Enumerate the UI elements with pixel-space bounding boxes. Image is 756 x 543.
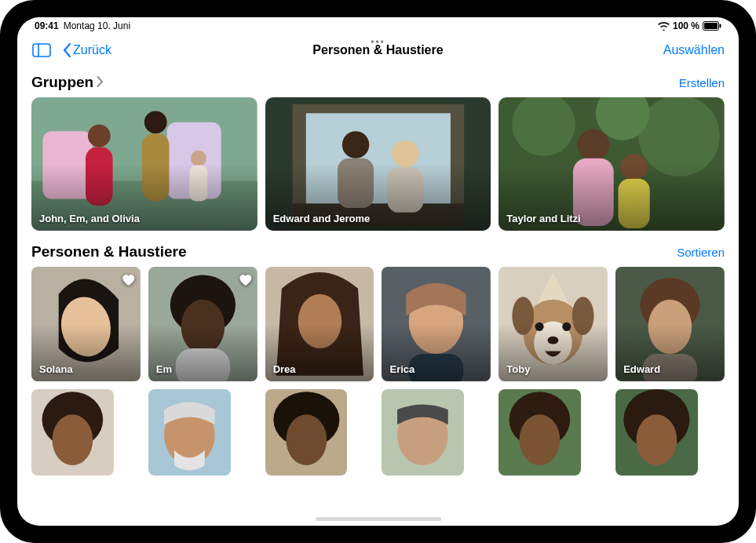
people-grid: Solana Em (31, 267, 725, 476)
status-right: 100 % (658, 20, 721, 31)
person-card[interactable] (382, 389, 464, 476)
create-group-button[interactable]: Erstellen (679, 76, 725, 89)
person-card[interactable] (148, 389, 231, 476)
svg-rect-1 (704, 23, 718, 29)
people-section: Personen & Haustiere Sortieren (31, 243, 725, 476)
wifi-icon (658, 22, 670, 31)
svg-point-70 (637, 414, 677, 465)
person-card[interactable]: Em (148, 267, 257, 381)
person-label: Edward (623, 363, 660, 375)
group-card[interactable]: John, Em, and Olivia (31, 97, 257, 231)
people-title: Personen & Haustiere (31, 243, 186, 261)
person-card[interactable]: Erica (382, 267, 491, 381)
sidebar-toggle-icon[interactable] (31, 42, 52, 58)
person-card[interactable] (31, 389, 114, 476)
svg-rect-2 (720, 24, 721, 28)
status-date: Montag 10. Juni (64, 20, 130, 31)
svg-point-11 (144, 111, 167, 133)
battery-text: 100 % (673, 20, 699, 31)
status-time: 09:41 (35, 20, 59, 31)
person-photo (31, 389, 114, 476)
heart-icon (120, 272, 136, 287)
person-photo (615, 389, 698, 476)
chevron-right-icon (97, 74, 104, 91)
person-card[interactable] (499, 389, 581, 476)
person-label: Em (156, 363, 172, 375)
status-left: 09:41 Montag 10. Juni (35, 20, 130, 31)
group-label: Taylor and Litzi (506, 213, 580, 224)
group-label: John, Em, and Olivia (39, 213, 140, 224)
person-card[interactable] (265, 389, 348, 476)
groups-title: Gruppen (31, 74, 93, 91)
person-photo (499, 389, 581, 476)
back-label: Zurück (73, 43, 111, 57)
person-card[interactable]: Drea (265, 267, 374, 381)
svg-point-9 (88, 125, 111, 148)
select-button[interactable]: Auswählen (663, 43, 725, 57)
page-title: Personen & Haustiere (312, 43, 443, 57)
screen: 09:41 Montag 10. Juni ••• 100 % (17, 17, 739, 526)
svg-point-19 (341, 131, 369, 159)
group-label: Edward and Jerome (273, 213, 371, 224)
person-card[interactable] (615, 389, 698, 476)
group-card[interactable]: Taylor and Litzi (499, 97, 725, 231)
person-card[interactable]: Edward (615, 267, 725, 381)
groups-row: John, Em, and Olivia (31, 97, 725, 231)
sort-button[interactable]: Sortieren (677, 246, 725, 259)
svg-point-62 (286, 414, 327, 465)
person-label: Erica (389, 363, 415, 375)
groups-section: Gruppen Erstellen (31, 74, 725, 231)
group-card[interactable]: Edward and Jerome (265, 97, 491, 231)
home-indicator[interactable] (316, 517, 441, 521)
nav-bar: Zurück Personen & Haustiere Auswählen (17, 35, 739, 66)
person-photo (148, 389, 231, 476)
back-button[interactable]: Zurück (63, 43, 111, 57)
person-card[interactable]: Toby (499, 267, 608, 381)
person-photo (382, 389, 464, 476)
groups-header[interactable]: Gruppen (31, 74, 104, 91)
person-card[interactable]: Solana (31, 267, 141, 381)
svg-rect-3 (33, 44, 50, 56)
svg-point-27 (578, 129, 609, 160)
device-frame: 09:41 Montag 10. Juni ••• 100 % (0, 0, 756, 543)
content-scroll[interactable]: Gruppen Erstellen (17, 66, 739, 526)
svg-point-57 (52, 414, 93, 465)
person-label: Drea (273, 363, 296, 375)
person-label: Toby (506, 363, 530, 375)
heart-icon (237, 272, 253, 287)
person-photo (265, 389, 348, 476)
status-bar: 09:41 Montag 10. Juni ••• 100 % (17, 17, 739, 35)
svg-point-67 (520, 414, 561, 465)
battery-icon (703, 21, 721, 31)
chevron-left-icon (63, 43, 71, 57)
person-label: Solana (39, 363, 73, 375)
